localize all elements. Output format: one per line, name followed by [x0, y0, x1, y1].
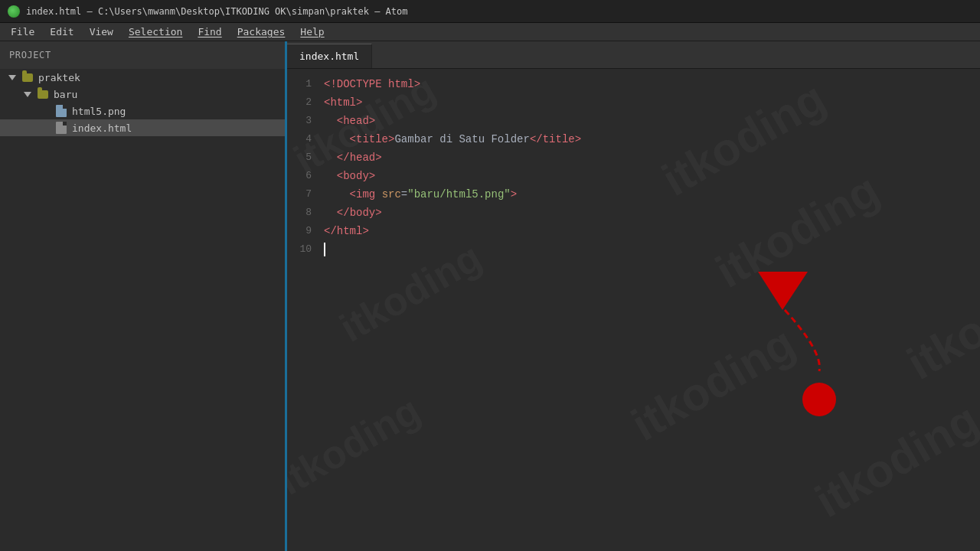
spacer-indexhtml	[40, 122, 52, 134]
code-line-3: <head>	[324, 112, 980, 130]
spacer-html5png	[40, 105, 52, 117]
code-line-8: </body>	[324, 204, 980, 222]
file-icon-indexhtml	[55, 122, 67, 134]
main-layout: Project praktek baru	[0, 41, 980, 551]
menu-bar: File Edit View Selection Find Packages H…	[0, 23, 980, 41]
line-num-6: 6	[287, 167, 312, 185]
line-num-1: 1	[287, 75, 312, 93]
tab-indexhtml[interactable]: index.html	[287, 44, 372, 68]
menu-edit[interactable]: Edit	[42, 24, 81, 39]
sidebar: Project praktek baru	[0, 41, 287, 551]
tree-item-html5png[interactable]: html5.png	[0, 103, 285, 119]
code-line-5: </head>	[324, 148, 980, 167]
code-line-7: <img src="baru/html5.png">	[324, 185, 980, 204]
menu-selection[interactable]: Selection	[121, 24, 190, 39]
title-bar: index.html — C:\Users\mwanm\Desktop\ITKO…	[0, 0, 980, 23]
line-num-9: 9	[287, 222, 312, 240]
folder-icon-praktek	[21, 71, 34, 83]
app-icon	[8, 5, 20, 18]
menu-find[interactable]: Find	[190, 24, 229, 39]
menu-file[interactable]: File	[3, 24, 42, 39]
line-num-3: 3	[287, 112, 312, 130]
tree-item-indexhtml[interactable]: index.html	[0, 119, 285, 136]
line-num-5: 5	[287, 148, 312, 167]
menu-packages[interactable]: Packages	[230, 24, 293, 39]
tree-item-praktek[interactable]: praktek	[0, 69, 285, 86]
tab-bar: index.html	[287, 41, 980, 69]
line-num-10: 10	[287, 240, 312, 259]
code-area[interactable]: 1 2 3 4 5 6 7 8 9 10 <!DOCTYPE html> <ht…	[287, 69, 980, 551]
folder-label-praktek: praktek	[38, 72, 80, 83]
code-line-6: <body>	[324, 167, 980, 185]
code-line-1: <!DOCTYPE html>	[324, 75, 980, 93]
window-title: index.html — C:\Users\mwanm\Desktop\ITKO…	[26, 6, 408, 17]
code-content: <!DOCTYPE html> <html> <head> <title>Gam…	[318, 69, 980, 551]
line-num-7: 7	[287, 185, 312, 204]
expand-arrow-praktek	[6, 71, 18, 83]
text-cursor	[324, 243, 325, 256]
line-num-4: 4	[287, 130, 312, 148]
code-line-9: </html>	[324, 222, 980, 240]
menu-view[interactable]: View	[82, 24, 121, 39]
expand-arrow-baru	[21, 88, 34, 100]
file-label-html5png: html5.png	[72, 106, 126, 117]
tree-item-baru[interactable]: baru	[0, 86, 285, 103]
line-num-2: 2	[287, 93, 312, 112]
line-numbers: 1 2 3 4 5 6 7 8 9 10	[287, 69, 318, 551]
editor-area: index.html 1 2 3 4 5 6 7 8 9 10 <!DOCTYP…	[287, 41, 980, 551]
code-line-4: <title>Gambar di Satu Folder</title>	[324, 130, 980, 148]
file-icon-html5png	[55, 105, 67, 117]
folder-icon-baru	[37, 88, 49, 100]
code-line-10	[324, 240, 980, 259]
file-label-indexhtml: index.html	[72, 122, 132, 134]
code-line-2: <html>	[324, 93, 980, 112]
menu-help[interactable]: Help	[292, 24, 332, 39]
sidebar-header: Project	[0, 41, 285, 69]
folder-label-baru: baru	[54, 89, 77, 100]
line-num-8: 8	[287, 204, 312, 222]
